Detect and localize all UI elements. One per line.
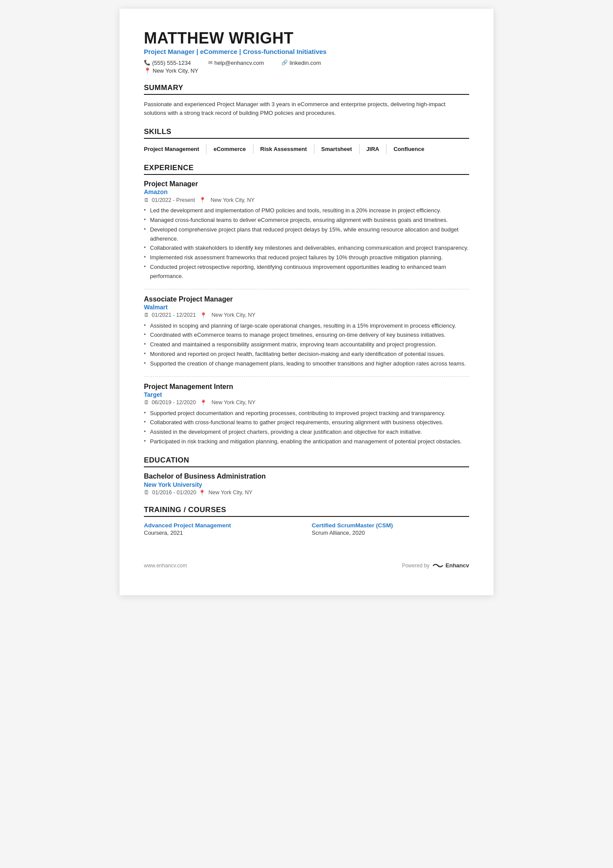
email-item: ✉ help@enhancv.com <box>208 60 264 66</box>
training-name: Certified ScrumMaster (CSM) <box>312 522 469 529</box>
exp-divider <box>144 289 469 289</box>
enhancv-logo: Enhancv <box>432 562 469 569</box>
training-list: Advanced Project ManagementCoursera, 202… <box>144 522 469 536</box>
exp-bullet: Monitored and reported on project health… <box>144 350 469 359</box>
experience-title: EXPERIENCE <box>144 164 469 175</box>
exp-bullet: Developed comprehensive project plans th… <box>144 225 469 244</box>
skill-tag: JIRA <box>366 144 387 154</box>
edu-dates: 01/2016 - 01/2020 <box>152 489 196 496</box>
calendar-icon: 🗓 <box>144 489 150 496</box>
edu-location: New York City, NY <box>208 489 252 496</box>
exp-meta-sep: 📍 <box>200 312 207 318</box>
resume-container: MATTHEW WRIGHT Project Manager | eCommer… <box>120 9 493 595</box>
calendar-icon: 🗓 <box>144 312 149 318</box>
training-source: Scrum Alliance, 2020 <box>312 530 469 536</box>
skill-tag: Smartsheet <box>321 144 360 154</box>
exp-location: New York City, NY <box>211 312 255 318</box>
exp-company: Target <box>144 391 469 398</box>
exp-bullet: Participated in risk tracking and mitiga… <box>144 437 469 446</box>
linkedin-value: linkedin.com <box>290 60 321 66</box>
skills-title: SKILLS <box>144 127 469 139</box>
exp-meta-sep: 📍 <box>199 197 206 203</box>
edu-meta: 🗓01/2016 - 01/2020📍New York City, NY <box>144 489 469 496</box>
exp-location: New York City, NY <box>211 399 255 406</box>
skill-tag: Project Management <box>144 144 207 154</box>
exp-bullet: Implemented risk assessment frameworks t… <box>144 253 469 262</box>
exp-bullets: Led the development and implementation o… <box>144 206 469 281</box>
skill-tag: Confluence <box>393 144 431 154</box>
summary-title: SUMMARY <box>144 84 469 95</box>
exp-meta-sep: 📍 <box>200 399 207 406</box>
skills-section: SKILLS Project ManagementeCommerceRisk A… <box>144 127 469 154</box>
summary-section: SUMMARY Passionate and experienced Proje… <box>144 84 469 118</box>
training-title: TRAINING / COURSES <box>144 506 469 517</box>
education-section: EDUCATION Bachelor of Business Administr… <box>144 456 469 496</box>
location-pin-icon: 📍 <box>144 67 151 74</box>
exp-company: Walmart <box>144 304 469 311</box>
training-item: Advanced Project ManagementCoursera, 202… <box>144 522 301 536</box>
edu-school: New York University <box>144 481 469 488</box>
location-row: 📍 New York City, NY <box>144 67 469 74</box>
experience-entry: Project Management InternTarget🗓06/2019 … <box>144 383 469 446</box>
exp-bullets: Assisted in scoping and planning of larg… <box>144 322 469 369</box>
exp-company: Amazon <box>144 188 469 195</box>
calendar-icon: 🗓 <box>144 399 149 406</box>
training-section: TRAINING / COURSES Advanced Project Mana… <box>144 506 469 536</box>
training-name: Advanced Project Management <box>144 522 301 529</box>
header-section: MATTHEW WRIGHT Project Manager | eCommer… <box>144 30 469 74</box>
footer-brand: Powered by Enhancv <box>402 562 469 569</box>
powered-by-label: Powered by <box>402 563 429 569</box>
education-list: Bachelor of Business AdministrationNew Y… <box>144 473 469 496</box>
exp-meta: 🗓01/2021 - 12/2021📍New York City, NY <box>144 312 469 318</box>
exp-bullet: Managed cross-functional teams to delive… <box>144 216 469 225</box>
exp-bullet: Supported project documentation and repo… <box>144 409 469 418</box>
exp-bullet: Created and maintained a responsibility … <box>144 340 469 349</box>
candidate-title: Project Manager | eCommerce | Cross-func… <box>144 48 469 55</box>
exp-bullet: Assisted in the development of project c… <box>144 428 469 437</box>
calendar-icon: 🗓 <box>144 197 149 203</box>
exp-role: Project Management Intern <box>144 383 469 391</box>
summary-text: Passionate and experienced Project Manag… <box>144 100 469 118</box>
email-value: help@enhancv.com <box>214 60 264 66</box>
skills-row: Project ManagementeCommerceRisk Assessme… <box>144 144 469 154</box>
exp-dates: 01/2022 - Present <box>152 197 195 203</box>
candidate-name: MATTHEW WRIGHT <box>144 30 469 47</box>
contact-row: 📞 (555) 555-1234 ✉ help@enhancv.com 🔗 li… <box>144 60 469 66</box>
resume-footer: www.enhancv.com Powered by Enhancv <box>144 562 469 569</box>
exp-dates: 06/2019 - 12/2020 <box>152 399 196 406</box>
training-source: Coursera, 2021 <box>144 530 301 536</box>
experience-entry: Associate Project ManagerWalmart🗓01/2021… <box>144 295 469 369</box>
exp-bullet: Assisted in scoping and planning of larg… <box>144 322 469 331</box>
exp-bullets: Supported project documentation and repo… <box>144 409 469 446</box>
exp-bullet: Supported the creation of change managem… <box>144 359 469 369</box>
enhancv-brand-name: Enhancv <box>446 562 469 569</box>
exp-location: New York City, NY <box>210 197 254 203</box>
link-icon: 🔗 <box>281 60 288 66</box>
exp-bullet: Coordinated with eCommerce teams to mana… <box>144 331 469 340</box>
exp-bullet: Collaborated with cross-functional teams… <box>144 418 469 427</box>
skill-tag: eCommerce <box>213 144 253 154</box>
exp-role: Project Manager <box>144 180 469 188</box>
exp-meta: 🗓06/2019 - 12/2020📍New York City, NY <box>144 399 469 406</box>
phone-icon: 📞 <box>144 60 150 66</box>
education-entry: Bachelor of Business AdministrationNew Y… <box>144 473 469 496</box>
exp-bullet: Collaborated with stakeholders to identi… <box>144 244 469 253</box>
exp-role: Associate Project Manager <box>144 295 469 303</box>
exp-bullet: Conducted project retrospective reportin… <box>144 263 469 281</box>
location-value: New York City, NY <box>153 67 198 74</box>
edu-degree: Bachelor of Business Administration <box>144 473 469 480</box>
phone-value: (555) 555-1234 <box>152 60 191 66</box>
experience-section: EXPERIENCE Project ManagerAmazon🗓01/2022… <box>144 164 469 446</box>
edu-pin-icon: 📍 <box>199 489 206 496</box>
experience-list: Project ManagerAmazon🗓01/2022 - Present📍… <box>144 180 469 446</box>
exp-dates: 01/2021 - 12/2021 <box>152 312 196 318</box>
phone-item: 📞 (555) 555-1234 <box>144 60 191 66</box>
skill-tag: Risk Assessment <box>260 144 314 154</box>
exp-meta: 🗓01/2022 - Present📍New York City, NY <box>144 197 469 203</box>
enhancv-logo-svg <box>432 562 444 569</box>
exp-bullet: Led the development and implementation o… <box>144 206 469 215</box>
experience-entry: Project ManagerAmazon🗓01/2022 - Present📍… <box>144 180 469 281</box>
exp-divider <box>144 376 469 377</box>
training-item: Certified ScrumMaster (CSM)Scrum Allianc… <box>312 522 469 536</box>
email-icon: ✉ <box>208 60 213 66</box>
